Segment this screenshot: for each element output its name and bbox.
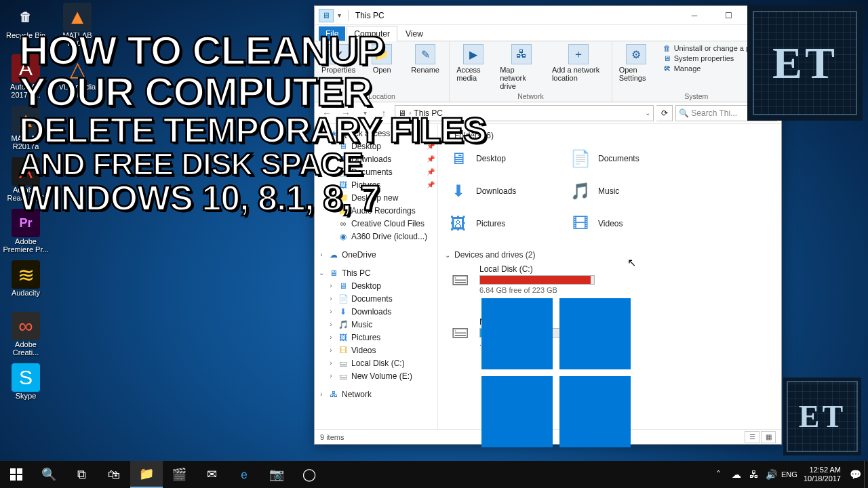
desktop-icon[interactable]: ∞Adobe Creati... (1, 310, 50, 361)
action-center-icon[interactable]: 💬 (846, 461, 864, 488)
view-details-button[interactable]: ☰ (745, 431, 760, 443)
taskbar-edge[interactable]: ｅ (228, 461, 260, 488)
drive-label: Local Disk (C:) (479, 264, 595, 274)
tray-network-icon[interactable]: 🖧 (745, 461, 763, 488)
quick-access-toolbar-icon[interactable]: ▾ (338, 12, 341, 19)
status-item-count: 9 items (320, 433, 344, 441)
desktop-icon-label: Audacity (1, 289, 50, 297)
nav-pc-music[interactable]: ›🎵Music (315, 318, 437, 331)
taskbar-store[interactable]: 🛍 (98, 461, 130, 488)
app-icon: ≋ (12, 260, 40, 289)
taskbar-obs[interactable]: ◯ (293, 461, 326, 488)
drive-icon: 🖴 (447, 264, 474, 291)
taskbar: 🔍 ⧉ 🛍 📁 🎬 ✉ ｅ 📷 ◯ ˄ ☁ 🖧 🔊 ENG 12:52 AM 1… (0, 461, 868, 488)
nav-network[interactable]: ›🖧Network (315, 388, 437, 401)
channel-badge: ET (747, 5, 863, 121)
nav-this-pc[interactable]: ⌄🖥This PC (315, 266, 437, 279)
nav-a360[interactable]: ◉A360 Drive (icloud...) (315, 230, 437, 243)
svg-rect-3 (17, 475, 22, 481)
taskbar-camera[interactable]: 📷 (260, 461, 293, 488)
drive-sub-label: 6.84 GB free of 223 GB (479, 286, 595, 294)
video-title-overlay: HOW TO CLEANUP YOUR COMPUTER DELETE TEMP… (19, 30, 854, 216)
folder-label: Videos (598, 219, 623, 228)
explorer-icon: 🖥 (319, 9, 334, 22)
minimize-button[interactable]: ─ (679, 6, 709, 25)
tray-volume-icon[interactable]: 🔊 (763, 461, 781, 488)
nav-pc-downloads[interactable]: ›⬇Downloads (315, 305, 437, 318)
drive-icon: 🖴 (447, 317, 474, 344)
nav-local-disk-c[interactable]: ›🖴Local Disk (C:) (315, 357, 437, 369)
folder-label: Pictures (476, 219, 505, 228)
app-icon: 🗑 (12, 3, 40, 31)
channel-badge-small: ET (783, 378, 861, 455)
app-icon: ∞ (12, 312, 40, 340)
svg-rect-2 (10, 475, 16, 481)
tray-clock[interactable]: 12:52 AM 10/18/2017 (798, 466, 846, 483)
tray-overflow-icon[interactable]: ˄ (710, 461, 728, 488)
windows-logo (481, 298, 631, 447)
task-view-button[interactable]: ⧉ (65, 461, 98, 488)
window-titlebar[interactable]: 🖥 ▾ This PC ─ ☐ ✕ (315, 6, 781, 25)
taskbar-file-explorer[interactable]: 📁 (130, 461, 163, 488)
nav-pc-pictures[interactable]: ›🖼Pictures (315, 331, 437, 344)
app-icon: ▲ (63, 3, 92, 31)
app-icon: S (12, 363, 40, 392)
taskbar-movies[interactable]: 🎬 (163, 461, 195, 488)
search-button[interactable]: 🔍 (33, 461, 65, 488)
desktop-icon[interactable]: ≋Audacity (1, 259, 50, 309)
svg-rect-0 (10, 468, 16, 474)
system-tray: ˄ ☁ 🖧 🔊 ENG 12:52 AM 10/18/2017 💬 (710, 461, 868, 488)
nav-pc-documents[interactable]: ›📄Documents (315, 292, 437, 305)
nav-pc-videos[interactable]: ›🎞Videos (315, 344, 437, 357)
nav-pc-desktop[interactable]: ›🖥Desktop (315, 279, 437, 292)
window-title: This PC (355, 11, 384, 20)
drive-usage-bar (479, 275, 595, 285)
svg-rect-1 (17, 468, 22, 474)
desktop-icon-label: Adobe Creati... (1, 340, 50, 357)
drive-item[interactable]: 🖴 Local Disk (C:) 6.84 GB free of 223 GB (445, 262, 601, 296)
nav-onedrive[interactable]: ›☁OneDrive (315, 248, 437, 261)
nav-volume-e[interactable]: ›🖴New Volume (E:) (315, 369, 437, 382)
desktop-icon-label: Adobe Premiere Pr... (1, 237, 50, 253)
drives-header[interactable]: ⌄Devices and drives (2) (445, 247, 774, 262)
tray-cloud-icon[interactable]: ☁ (728, 461, 745, 488)
tray-language-icon[interactable]: ENG (781, 461, 798, 488)
desktop-icon-label: Skype (1, 392, 50, 400)
start-button[interactable] (0, 461, 33, 488)
nav-creative-cloud[interactable]: ∞Creative Cloud Files (315, 217, 437, 230)
show-desktop-button[interactable] (864, 461, 868, 488)
maximize-button[interactable]: ☐ (713, 6, 743, 25)
taskbar-mail[interactable]: ✉ (195, 461, 228, 488)
view-tiles-button[interactable]: ▦ (761, 431, 776, 443)
desktop-icon[interactable]: SSkype (1, 362, 50, 412)
